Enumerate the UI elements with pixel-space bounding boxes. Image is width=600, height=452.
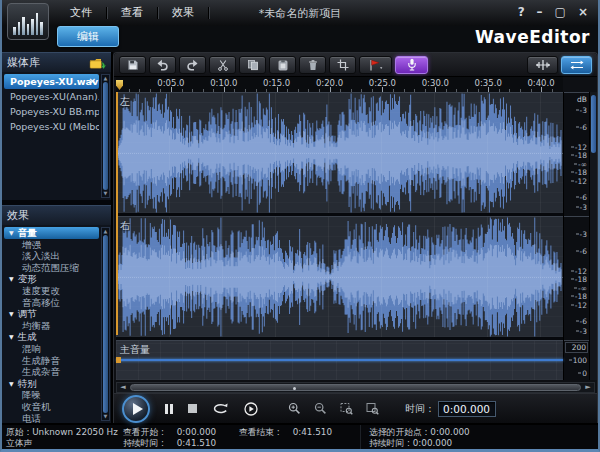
db-scale-value: -6: [576, 122, 587, 131]
effects-item-label: 收音机: [22, 401, 51, 412]
pause-button[interactable]: [165, 404, 173, 414]
fit-button[interactable]: [561, 56, 592, 74]
horizontal-scrollbar-thumb[interactable]: [130, 384, 581, 391]
media-file-item[interactable]: Popeyes-XU BB.mp3: [4, 104, 99, 119]
playhead-cursor[interactable]: [116, 92, 118, 335]
trim-button[interactable]: [527, 56, 558, 74]
effects-group-item[interactable]: ▼特别: [4, 378, 99, 390]
effects-item-label: 增强: [22, 239, 41, 250]
effects-item[interactable]: 速度更改: [4, 285, 99, 297]
record-icon: [406, 58, 418, 71]
volume-envelope-handle[interactable]: [116, 357, 121, 363]
scroll-right-icon[interactable]: ►: [582, 383, 594, 392]
effects-title: 效果: [7, 208, 29, 223]
effects-item[interactable]: 电话: [4, 413, 99, 424]
redo-button[interactable]: [179, 56, 206, 74]
maximize-button[interactable]: ▢: [555, 4, 566, 20]
waveform-area: 左 右 主音量: [114, 92, 563, 380]
effects-item[interactable]: 生成杂音: [4, 366, 99, 378]
media-list-scrollbar[interactable]: ▲▼: [101, 74, 110, 198]
horizontal-scrollbar[interactable]: ◄ ►: [116, 382, 595, 393]
undo-button[interactable]: [149, 56, 176, 74]
effects-group-item[interactable]: ▼调节: [4, 308, 99, 320]
effects-item[interactable]: 降噪: [4, 389, 99, 401]
remove-file-icon[interactable]: ×: [88, 74, 96, 89]
channel-left[interactable]: 左: [116, 92, 563, 213]
close-button[interactable]: ×: [578, 4, 588, 20]
marker-button[interactable]: [359, 56, 392, 74]
vertical-scrollbar[interactable]: [589, 92, 597, 380]
cut-icon: [217, 59, 229, 71]
play-button[interactable]: [122, 395, 150, 423]
playhead-flag-icon[interactable]: [116, 80, 123, 90]
chevron-down-icon: ▼: [9, 227, 14, 239]
effects-item[interactable]: 淡入淡出: [4, 250, 99, 262]
import-folder-icon[interactable]: [89, 57, 106, 69]
zoom-all-button[interactable]: [366, 402, 379, 415]
effects-group-item[interactable]: ▼变形: [4, 273, 99, 285]
time-label: 时间 :: [405, 402, 432, 416]
effects-item-label: 音高移位: [22, 297, 60, 308]
media-file-item[interactable]: Popeyes-XU (Melboorn...: [4, 119, 99, 134]
delete-button[interactable]: [299, 56, 326, 74]
effects-list-scrollbar[interactable]: ▲▼: [101, 227, 110, 421]
help-button[interactable]: ?: [518, 4, 525, 20]
media-file-item[interactable]: Popeyes-XU(Anan).wav: [4, 89, 99, 104]
zoom-in-button[interactable]: [288, 402, 301, 415]
tab-edit[interactable]: 编辑: [57, 26, 119, 47]
app-logo-icon[interactable]: [7, 3, 49, 40]
record-button[interactable]: [395, 56, 428, 74]
effects-item[interactable]: 音高移位: [4, 297, 99, 309]
db-scale-value: -6: [576, 317, 587, 326]
vertical-scrollbar-thumb[interactable]: [591, 95, 596, 153]
crop-button[interactable]: [329, 56, 356, 74]
ruler-time-label: 0:05.0: [157, 78, 184, 88]
effects-group-item[interactable]: ▼生成: [4, 331, 99, 343]
status-bar: 原始 : Unknown 22050 Hz 立体声 查看开始 : 0:00.00…: [2, 423, 598, 449]
minimize-button[interactable]: –: [537, 4, 543, 20]
db-scale-value: -3: [576, 105, 587, 114]
menu-item[interactable]: 查看: [107, 0, 157, 26]
timeline-ruler[interactable]: 0:05.00:10.00:15.00:20.00:25.00:30.00:35…: [116, 77, 563, 92]
view-duration-value: 0:41.510: [177, 438, 216, 448]
zoom-out-button[interactable]: [314, 402, 327, 415]
save-button[interactable]: [119, 56, 146, 74]
file-name: Popeyes-XU (Melboorn...: [10, 121, 99, 132]
master-volume-track[interactable]: 主音量: [116, 340, 563, 380]
volume-envelope-line[interactable]: [116, 359, 563, 361]
ruler-time-label: 0:40.0: [527, 78, 554, 88]
copy-button[interactable]: [239, 56, 266, 74]
scroll-left-icon[interactable]: ◄: [117, 383, 129, 392]
effects-item[interactable]: 收音机: [4, 401, 99, 413]
cut-button[interactable]: [209, 56, 236, 74]
effects-item[interactable]: 生成静音: [4, 355, 99, 367]
menu-item[interactable]: 文件: [56, 0, 106, 26]
ruler-time-label: 0:30.0: [422, 78, 449, 88]
brand-logo: WaveEditor: [475, 27, 590, 47]
effects-item[interactable]: 均衡器: [4, 320, 99, 332]
effects-group-item[interactable]: ▼音量: [4, 227, 99, 239]
db-scale-left: dB -3-6-12-18-∞-18-12-6-3: [564, 92, 589, 213]
loop-button[interactable]: [212, 402, 229, 415]
volume-scale-0: 0: [578, 368, 587, 377]
effects-item-label: 调节: [18, 308, 37, 320]
zoom-selection-button[interactable]: [340, 402, 353, 415]
db-scale-value: -12: [571, 176, 587, 185]
effects-item[interactable]: 混响: [4, 343, 99, 355]
media-file-list: Popeyes-XU.wav×Popeyes-XU(Anan).wavPopey…: [2, 72, 111, 200]
effects-item[interactable]: 增强: [4, 239, 99, 251]
play-selection-button[interactable]: [244, 402, 258, 416]
title-bar: 文件查看效果 *未命名的新项目 ? – ▢ ×: [2, 0, 598, 26]
ruler-time-label: 0:35.0: [475, 78, 502, 88]
stop-button[interactable]: [188, 404, 197, 413]
paste-button[interactable]: [269, 56, 296, 74]
channel-left-label: 左: [120, 95, 130, 109]
media-file-item[interactable]: Popeyes-XU.wav×: [4, 74, 99, 89]
crop-icon: [337, 59, 349, 71]
effects-item[interactable]: 动态范围压缩: [4, 262, 99, 274]
effects-item-label: 电话: [22, 413, 41, 424]
channel-right[interactable]: 右: [116, 216, 563, 337]
wave-region: 左 右 主音量: [114, 92, 597, 380]
time-display[interactable]: 0:00.000: [438, 401, 496, 417]
menu-item[interactable]: 效果: [158, 0, 208, 26]
